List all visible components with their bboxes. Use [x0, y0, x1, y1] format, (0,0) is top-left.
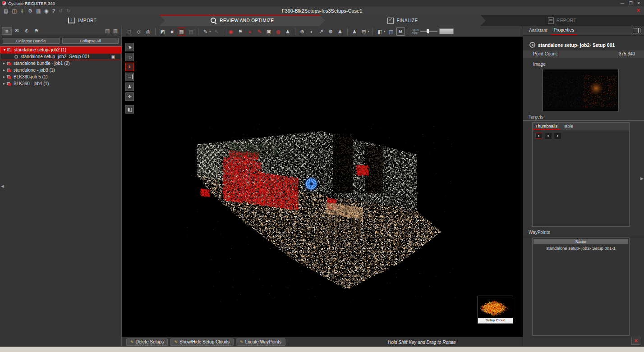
- point-cloud-view[interactable]: ▶▷+↔♟✈◧ Setup Cloud: [122, 37, 523, 337]
- tab-assistant[interactable]: Assistant: [526, 27, 551, 35]
- workflow-step-import[interactable]: ↓ IMPORT: [0, 15, 165, 26]
- fence-select-icon[interactable]: □: [125, 27, 133, 36]
- setup-cloud-inset[interactable]: Setup Cloud: [478, 296, 513, 324]
- expand-tree-icon[interactable]: ▤: [103, 28, 111, 34]
- collapse-all-button[interactable]: Collapse All: [62, 38, 119, 44]
- import-data-icon[interactable]: ⇓: [20, 7, 24, 14]
- close-window-button[interactable]: ✕: [637, 0, 640, 6]
- undo-icon[interactable]: ↺: [59, 7, 63, 14]
- select-cursor-tool[interactable]: ▶: [125, 43, 134, 51]
- globe-icon[interactable]: ⊕: [298, 27, 307, 36]
- tag-icon[interactable]: ⚑: [236, 27, 245, 36]
- tree-caret-icon[interactable]: ▸: [2, 61, 6, 65]
- tree-options-icon[interactable]: ▥: [111, 28, 120, 34]
- attachments-tab[interactable]: ✉: [12, 27, 22, 35]
- tree-item[interactable]: ▸BLK360-job 5 (1): [0, 73, 121, 80]
- grid-view-icon[interactable]: ⊞: [360, 27, 368, 36]
- slider-thumb[interactable]: [427, 29, 429, 33]
- user-group-icon[interactable]: ♟: [350, 27, 359, 36]
- tab-table[interactable]: Table: [560, 123, 576, 130]
- target-thumbnail[interactable]: [554, 133, 561, 139]
- layers-icon[interactable]: ≡: [246, 27, 254, 36]
- close-project-button[interactable]: ✕: [636, 8, 644, 14]
- project-tree-tab[interactable]: ≡: [2, 27, 12, 35]
- save-project-icon[interactable]: ◫: [12, 7, 16, 14]
- qlb-size-slider[interactable]: [420, 31, 437, 32]
- setup-cloud-thumbnail[interactable]: [478, 296, 512, 318]
- tree-item[interactable]: standalone setup- job2- Setup 001▣: [0, 53, 121, 60]
- zoom-select-icon[interactable]: ◎: [144, 27, 152, 36]
- collapse-sidebar-arrow[interactable]: ◀: [1, 184, 4, 188]
- web-links-tab[interactable]: ⊕: [22, 27, 32, 35]
- polygon-select-icon[interactable]: ◇: [134, 27, 143, 36]
- tree-item[interactable]: ▸standalone - job3 (1): [0, 67, 121, 73]
- cloud-color-icon[interactable]: ◩: [158, 27, 167, 36]
- help-icon[interactable]: ?: [52, 7, 55, 14]
- tree-caret-icon[interactable]: ▾: [2, 48, 7, 52]
- tab-thumbnails[interactable]: Thumbnails: [533, 123, 560, 130]
- workflow-step-review-and-optimize[interactable]: REVIEW AND OPTIMIZE: [159, 15, 325, 26]
- maximize-button[interactable]: ❐: [629, 0, 632, 6]
- redo-icon[interactable]: ↻: [66, 7, 70, 14]
- tree-item[interactable]: ▾standalone setup- job2 (1): [0, 46, 121, 53]
- tree-item[interactable]: ▸standalone bundle - job1 (2): [0, 60, 121, 67]
- cube-view-tool[interactable]: ◧: [125, 105, 134, 114]
- tree-caret-icon[interactable]: ▸: [2, 75, 6, 79]
- cube-view-icon[interactable]: ◧: [376, 27, 384, 36]
- minimize-button[interactable]: —: [620, 0, 624, 6]
- collapse-panel-arrow[interactable]: ▶: [640, 176, 644, 181]
- measure-tool-icon-dropdown[interactable]: ▾: [209, 30, 211, 33]
- report-list-icon[interactable]: ▥: [36, 7, 41, 14]
- open-project-icon[interactable]: ▤: [4, 7, 8, 14]
- add-target-icon[interactable]: ◉: [227, 27, 235, 36]
- annotate-pen-icon[interactable]: ✎: [255, 27, 264, 36]
- measure-pick-icon[interactable]: ↖: [212, 27, 221, 36]
- workflow-step-report[interactable]: REPORT: [480, 15, 644, 26]
- target-thumbnail[interactable]: [545, 133, 552, 139]
- target-thumbnail[interactable]: [535, 133, 542, 139]
- pano-view-icon[interactable]: ▤: [187, 27, 195, 36]
- fly-navigation-tool[interactable]: ✈: [125, 92, 134, 101]
- app-logo-icon: [2, 1, 6, 5]
- close-panel-button[interactable]: ✕: [631, 337, 640, 345]
- locate-waypoints-button[interactable]: ✎Locate WayPoints: [236, 338, 285, 346]
- setup-image-preview[interactable]: [543, 69, 619, 111]
- tree-item[interactable]: ▸BLK360 - job4 (1): [0, 80, 121, 87]
- tree-caret-icon[interactable]: ▸: [2, 68, 6, 72]
- info-icon[interactable]: ◉: [44, 7, 49, 14]
- tags-tab[interactable]: ⚑: [32, 27, 41, 35]
- collapse-bundle-button[interactable]: Collapse Bundle: [3, 38, 60, 44]
- point-cloud-canvas[interactable]: [122, 37, 523, 337]
- show-hide-setup-clouds-button[interactable]: ✎Show/Hide Setup Clouds: [170, 338, 234, 346]
- grid-view-icon-dropdown[interactable]: ▾: [368, 30, 370, 33]
- measure-tool-icon[interactable]: ✎: [201, 27, 210, 36]
- pencil-icon: ✎: [130, 339, 134, 345]
- finalize-check-icon: ✓: [387, 18, 394, 24]
- panel-layout-icon[interactable]: [633, 28, 640, 33]
- waypoint-row[interactable]: standalone setup- job2- Setup 001-1: [534, 244, 628, 251]
- solid-fill-icon[interactable]: ■: [168, 27, 176, 36]
- walkthrough-icon[interactable]: ♟: [336, 27, 345, 36]
- viewport: □◇◎◩■▦▤✎▾↖◉⚑≡✎▣◍♟⊕◐↗⚙♟♟⊞▾◧▾◫M QLB Size: …: [122, 26, 523, 347]
- query-cursor-tool[interactable]: ▷: [125, 53, 134, 61]
- waypoints-name-header[interactable]: Name: [534, 239, 628, 244]
- setup-image-icon[interactable]: ▣: [111, 55, 115, 59]
- setup-cloud-view-icon[interactable]: ▦: [177, 27, 186, 36]
- adjust-tool-icon[interactable]: ⚙: [327, 27, 335, 36]
- tree-caret-icon[interactable]: ▸: [2, 82, 6, 86]
- workflow-step-finalize[interactable]: ✓ FINALIZE: [320, 15, 486, 26]
- settings-icon[interactable]: ⚙: [28, 7, 32, 14]
- expand-view-icon[interactable]: ↗: [317, 27, 326, 36]
- cube-m-icon[interactable]: M: [396, 27, 405, 36]
- camera-icon[interactable]: ▣: [265, 27, 273, 36]
- person-target-icon[interactable]: ♟: [284, 27, 292, 36]
- geotag-icon[interactable]: ◍: [274, 27, 283, 36]
- pan-orbit-tool[interactable]: +: [125, 63, 134, 71]
- cube-view-icon-dropdown[interactable]: ▾: [384, 30, 386, 33]
- globe-link-icon[interactable]: ◐: [308, 27, 316, 36]
- person-view-tool[interactable]: ♟: [125, 82, 134, 91]
- tab-properties[interactable]: Properties: [551, 26, 578, 35]
- fit-range-tool[interactable]: ↔: [125, 73, 134, 81]
- cube-grid-icon[interactable]: ◫: [387, 27, 396, 36]
- delete-setups-button[interactable]: ✎Delete Setups: [126, 338, 168, 346]
